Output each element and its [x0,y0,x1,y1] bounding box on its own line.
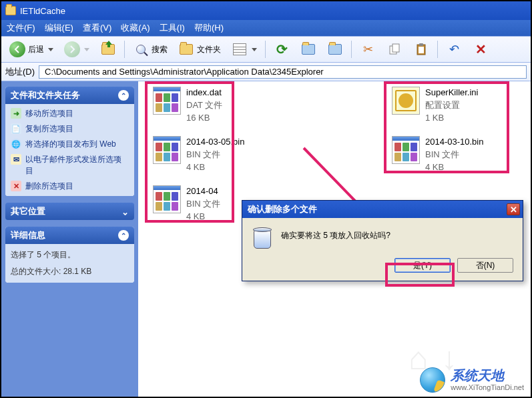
copy-button[interactable] [382,39,407,59]
menu-favorites[interactable]: 收藏(A) [121,22,150,34]
dialog-body: 确实要将这 5 项放入回收站吗? [242,218,523,258]
folder-copy-button[interactable] [323,39,347,59]
dialog-title-bar[interactable]: 确认删除多个文件 ✕ [242,201,523,218]
dialog-title: 确认删除多个文件 [248,203,317,215]
file-type: DAT 文件 [186,99,222,112]
watermark: 系统天地 www.XiTongTianDi.net [420,367,524,393]
search-button[interactable]: 搜索 [129,39,172,59]
details-panel-header[interactable]: 详细信息 ⌃ [5,227,134,244]
globe-icon [420,367,445,393]
watermark-text-cn: 系统天地 [451,367,524,383]
collapse-icon: ⌃ [118,90,129,101]
file-info: SuperKiller.ini 配置设置 1 KB [425,87,479,125]
file-size: 16 KB [186,112,222,125]
chevron-down-icon [84,48,89,51]
svg-rect-1 [392,44,399,52]
mail-icon: ✉ [11,154,21,165]
collapse-icon: ⌃ [118,230,129,241]
copy-icon [386,41,403,57]
refresh-icon: ⟳ [274,41,290,57]
forward-button[interactable] [60,39,93,59]
folders-button[interactable]: 文件夹 [174,39,225,59]
file-size: 4 KB [425,161,483,174]
file-item[interactable]: SuperKiller.ini 配置设置 1 KB [389,84,532,125]
address-input[interactable] [45,67,523,77]
file-icon [153,185,181,213]
file-size: 4 KB [186,211,220,223]
file-info: index.dat DAT 文件 16 KB [186,87,222,125]
sidebar-item-email[interactable]: ✉以电子邮件形式发送所选项目 [11,154,129,177]
back-label: 后退 [28,44,44,55]
file-item[interactable]: 2014-03-10.bin BIN 文件 4 KB [389,133,532,175]
file-name: 2014-03-05.bin [186,136,244,149]
file-name: 2014-04 [186,185,220,198]
file-icon [392,136,420,164]
sidebar-item-copy[interactable]: 📄复制所选项目 [11,123,129,135]
menu-tools[interactable]: 工具(I) [160,22,185,34]
file-item[interactable]: index.dat DAT 文件 16 KB [150,84,377,125]
search-label: 搜索 [152,44,168,55]
clipboard-icon [413,41,429,57]
address-field[interactable] [39,65,527,79]
details-title: 详细信息 [11,229,45,241]
close-button[interactable]: ✕ [507,203,520,215]
separator [265,41,266,58]
sync-button[interactable]: ⟳ [270,39,294,59]
views-icon [232,41,248,57]
file-item[interactable]: 2014-03-05.bin BIN 文件 4 KB [150,133,377,175]
menu-view[interactable]: 查看(V) [83,22,111,34]
tasks-panel: 文件和文件夹任务 ⌃ ➜移动所选项目 📄复制所选项目 🌐将选择的项目发布到 We… [5,87,134,196]
tasks-panel-body: ➜移动所选项目 📄复制所选项目 🌐将选择的项目发布到 Web ✉以电子邮件形式发… [5,104,134,196]
dialog-buttons: 是(Y) 否(N) [242,258,523,281]
sidebar-item-move[interactable]: ➜移动所选项目 [11,108,129,119]
separator [124,41,125,58]
details-line2: 总的文件大小: 28.1 KB [11,266,129,277]
move-icon: ➜ [11,108,21,119]
up-button[interactable] [96,39,120,59]
expand-icon: ⌃ [121,207,129,217]
folder-move-button[interactable] [296,39,320,59]
file-info: 2014-03-10.bin BIN 文件 4 KB [425,136,483,174]
tasks-panel-header[interactable]: 文件和文件夹任务 ⌃ [5,87,134,104]
dialog-message: 确实要将这 5 项放入回收站吗? [281,227,390,241]
sidebar: 文件和文件夹任务 ⌃ ➜移动所选项目 📄复制所选项目 🌐将选择的项目发布到 We… [1,81,138,397]
task-label: 将选择的项目发布到 Web [25,139,116,150]
task-label: 删除所选项目 [25,181,73,192]
file-type: BIN 文件 [186,198,220,211]
sidebar-item-delete[interactable]: ✕删除所选项目 [11,181,129,192]
file-size: 4 KB [186,161,244,174]
file-type: BIN 文件 [186,149,244,161]
views-button[interactable] [228,39,261,59]
task-label: 复制所选项目 [25,123,73,135]
recycle-bin-icon [252,227,273,250]
other-places-panel-header[interactable]: 其它位置 ⌃ [5,203,134,220]
globe-icon: 🌐 [11,139,21,149]
sidebar-item-publish[interactable]: 🌐将选择的项目发布到 Web [11,139,129,150]
task-label: 移动所选项目 [25,108,73,119]
file-type: 配置设置 [425,99,479,112]
menu-bar: 文件(F) 编辑(E) 查看(V) 收藏(A) 工具(I) 帮助(H) [1,20,531,36]
cut-button[interactable]: ✂ [356,39,380,59]
back-button[interactable]: 后退 [5,39,57,59]
title-bar: IETldCache [1,1,531,20]
forward-icon [64,41,80,57]
separator [351,41,352,58]
file-name: SuperKiller.ini [425,87,479,99]
delete-button[interactable]: ✕ [469,39,493,59]
file-icon [153,87,181,115]
menu-file[interactable]: 文件(F) [7,22,35,34]
menu-edit[interactable]: 编辑(E) [45,22,73,34]
folder-move-icon [300,41,316,57]
toolbar: 后退 搜索 文件夹 ⟳ ✂ ↶ ✕ [1,36,531,63]
file-info: 2014-04 BIN 文件 4 KB [186,185,220,223]
no-button[interactable]: 否(N) [457,258,513,273]
file-icon [153,136,181,164]
back-icon [9,41,25,57]
task-label: 以电子邮件形式发送所选项目 [25,154,129,177]
paste-button[interactable] [409,39,433,59]
yes-button[interactable]: 是(Y) [394,258,451,273]
menu-help[interactable]: 帮助(H) [194,22,224,34]
undo-button[interactable]: ↶ [442,39,466,59]
delete-icon: ✕ [473,41,489,57]
svg-rect-4 [419,43,423,46]
